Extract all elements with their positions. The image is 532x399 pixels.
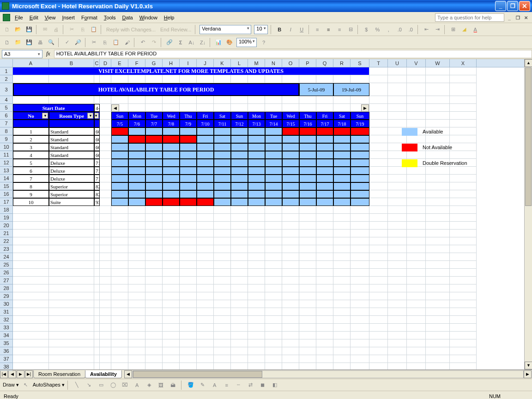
hyperlink-button[interactable]: 🔗	[164, 37, 175, 48]
room-type-0[interactable]: Standard	[49, 127, 94, 135]
avail-cell-1-6[interactable]	[214, 135, 231, 143]
row-header-32[interactable]: 32	[0, 316, 12, 324]
avail-cell-7-13[interactable]	[333, 182, 351, 190]
fx-icon[interactable]: fx	[46, 50, 50, 57]
align-right-button[interactable]: ≡	[334, 24, 345, 35]
hscroll-thumb[interactable]	[133, 371, 262, 378]
print2-button[interactable]: 🖶	[35, 37, 45, 48]
avail-cell-5-2[interactable]	[145, 167, 163, 175]
avail-cell-8-9[interactable]	[265, 190, 282, 198]
row-header-8[interactable]: 8	[0, 127, 12, 135]
avail-cell-6-6[interactable]	[214, 175, 231, 182]
avail-cell-4-12[interactable]	[316, 159, 333, 167]
col-room-type-header[interactable]: Room Type▾	[49, 112, 94, 120]
row-header-16[interactable]: 16	[0, 190, 12, 198]
select-all-corner[interactable]	[0, 59, 12, 67]
day-header-bot-14[interactable]: 7/19	[351, 120, 369, 127]
oval-button[interactable]: ◯	[108, 380, 118, 390]
avail-cell-0-8[interactable]	[248, 127, 265, 135]
wordart-button[interactable]: A	[132, 380, 142, 390]
row-header-5[interactable]: 5	[0, 104, 12, 112]
avail-cell-0-12[interactable]	[316, 127, 333, 135]
avail-cell-0-5[interactable]	[197, 127, 214, 135]
avail-cell-5-5[interactable]	[197, 167, 214, 175]
room-number-0[interactable]: 601	[94, 127, 100, 135]
bold-button[interactable]: B	[274, 24, 284, 35]
avail-cell-8-5[interactable]	[197, 190, 214, 198]
print-preview-button[interactable]: 🔍	[46, 37, 56, 48]
room-type-9[interactable]: Suite	[49, 198, 94, 206]
row-header-25[interactable]: 25	[0, 261, 12, 269]
filter-room-type-button[interactable]: ▾	[87, 113, 93, 119]
row-header-22[interactable]: 22	[0, 237, 12, 245]
col-header-A[interactable]: A	[13, 59, 49, 67]
col-header-C[interactable]: C	[94, 59, 100, 67]
row-header-18[interactable]: 18	[0, 206, 12, 214]
avail-cell-2-11[interactable]	[299, 143, 316, 151]
copy-button[interactable]: ⎘	[78, 24, 88, 35]
day-header-top-0[interactable]: Sun	[111, 112, 128, 120]
room-type-2[interactable]: Standard	[49, 143, 94, 151]
close-button[interactable]: ✕	[519, 1, 530, 11]
row-header-12[interactable]: 12	[0, 159, 12, 167]
avail-cell-5-10[interactable]	[282, 167, 299, 175]
horizontal-scrollbar[interactable]: ◀ ▶	[124, 370, 532, 378]
avail-cell-1-11[interactable]	[299, 135, 316, 143]
avail-cell-4-11[interactable]	[299, 159, 316, 167]
avail-cell-3-11[interactable]	[299, 151, 316, 159]
print-button[interactable]: 🖨	[51, 24, 61, 35]
avail-cell-4-5[interactable]	[197, 159, 214, 167]
avail-cell-3-12[interactable]	[316, 151, 333, 159]
room-no-1[interactable]: 2	[13, 135, 49, 143]
row-header-20[interactable]: 20	[0, 222, 12, 230]
avail-cell-0-7[interactable]	[231, 127, 248, 135]
avail-cell-6-4[interactable]	[180, 175, 197, 182]
avail-cell-3-14[interactable]	[351, 151, 369, 159]
new-button[interactable]: 🗋	[2, 24, 12, 35]
vertical-scrollbar[interactable]: ▲ ▼	[524, 59, 532, 369]
day-header-top-9[interactable]: Tue	[265, 112, 282, 120]
col-header-Q[interactable]: Q	[316, 59, 333, 67]
avail-cell-1-9[interactable]	[265, 135, 282, 143]
row-header-38[interactable]: 38	[0, 363, 12, 371]
clipart-button[interactable]: 🖼	[156, 380, 166, 390]
avail-cell-2-0[interactable]	[111, 143, 128, 151]
row-header-21[interactable]: 21	[0, 230, 12, 237]
avail-cell-1-0[interactable]	[111, 135, 128, 143]
menu-file[interactable]: File	[15, 15, 23, 20]
row-header-11[interactable]: 11	[0, 151, 12, 159]
avail-cell-9-13[interactable]	[333, 198, 351, 206]
tab-next-button[interactable]: ▶	[17, 370, 24, 378]
scroll-up-button[interactable]: ▲	[525, 59, 532, 67]
col-header-F[interactable]: F	[128, 59, 145, 67]
menu-data[interactable]: Data	[122, 15, 133, 20]
avail-cell-9-8[interactable]	[248, 198, 265, 206]
filter-room-number-button[interactable]: ▾	[94, 113, 99, 119]
room-type-4[interactable]: Deluxe	[49, 159, 94, 167]
col-header-E[interactable]: E	[111, 59, 128, 67]
room-number-2[interactable]: 603	[94, 143, 100, 151]
row-header-26[interactable]: 26	[0, 269, 12, 277]
avail-cell-7-8[interactable]	[248, 182, 265, 190]
row-header-30[interactable]: 30	[0, 300, 12, 308]
avail-cell-0-4[interactable]	[180, 127, 197, 135]
avail-cell-0-0[interactable]	[111, 127, 128, 135]
fill-color-button[interactable]: ◢	[459, 24, 469, 35]
avail-cell-9-7[interactable]	[231, 198, 248, 206]
avail-cell-2-9[interactable]	[265, 143, 282, 151]
research-button[interactable]: 🔎	[73, 37, 83, 48]
row-header-31[interactable]: 31	[0, 308, 12, 316]
sort-asc-button[interactable]: A↓	[187, 37, 197, 48]
avail-cell-4-7[interactable]	[231, 159, 248, 167]
room-type-5[interactable]: Deluxe	[49, 167, 94, 175]
row-header-3[interactable]: 3	[0, 83, 12, 96]
col-header-T[interactable]: T	[369, 59, 388, 67]
borders-button[interactable]: ⊞	[448, 24, 458, 35]
avail-cell-8-11[interactable]	[299, 190, 316, 198]
col-header-X[interactable]: X	[450, 59, 477, 67]
day-header-top-2[interactable]: Tue	[145, 112, 163, 120]
day-header-bot-7[interactable]: 7/12	[231, 120, 248, 127]
align-left-button[interactable]: ≡	[312, 24, 322, 35]
menu-edit[interactable]: Edit	[30, 15, 38, 20]
select-objects-button[interactable]: ↖	[21, 380, 31, 390]
